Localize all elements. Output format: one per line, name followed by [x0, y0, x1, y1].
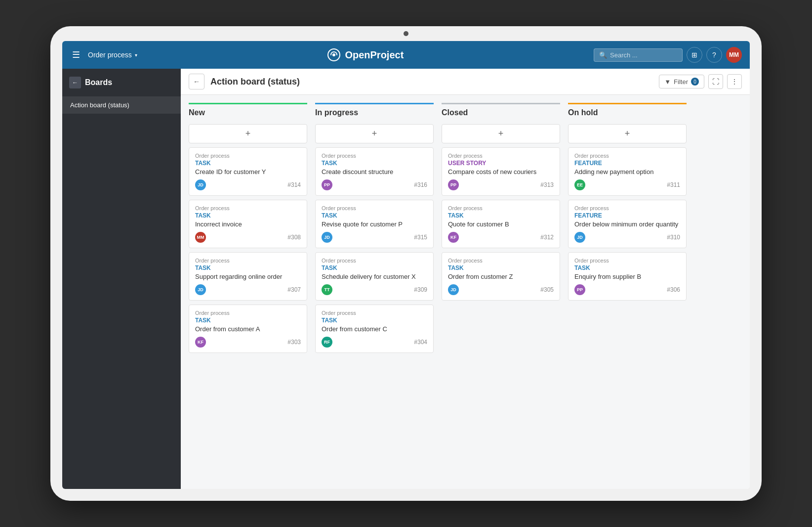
- column-header-in-progress: In progress: [315, 103, 434, 120]
- sidebar-item-label: Action board (status): [70, 101, 129, 109]
- board-actions: ▼ Filter 0 ⛶ ⋮: [659, 74, 742, 89]
- table-row[interactable]: Order process TASK Schedule delivery for…: [315, 252, 434, 301]
- table-row[interactable]: Order process TASK Support regarding onl…: [189, 252, 307, 301]
- search-input[interactable]: [610, 51, 674, 59]
- card-id: #307: [287, 286, 301, 293]
- card-project: Order process: [448, 258, 554, 264]
- filter-icon: ▼: [664, 78, 671, 86]
- avatar: JD: [574, 232, 585, 243]
- add-card-button-closed[interactable]: +: [442, 124, 560, 143]
- card-description: Compare costs of new couriers: [448, 168, 554, 176]
- app-name: OpenProject: [345, 49, 404, 61]
- card-id: #314: [287, 181, 301, 188]
- card-id: #304: [414, 339, 427, 346]
- tablet-frame: ☰ Order process ▾ OpenProject 🔍 ⊞: [50, 26, 762, 501]
- card-description: Schedule delivery for customer X: [322, 273, 427, 280]
- search-icon: 🔍: [599, 51, 607, 59]
- card-type: TASK: [322, 317, 427, 324]
- tablet-camera: [404, 31, 408, 36]
- sidebar: ← Boards Action board (status): [62, 69, 181, 489]
- card-type: TASK: [322, 264, 427, 271]
- avatar: KF: [448, 232, 459, 243]
- card-id: #303: [287, 339, 301, 346]
- card-footer: PP #313: [448, 179, 554, 190]
- table-row[interactable]: Order process FEATURE Adding new payment…: [568, 147, 687, 196]
- help-icon[interactable]: ?: [706, 47, 722, 63]
- card-project: Order process: [195, 205, 301, 211]
- table-row[interactable]: Order process TASK Enquiry from supplier…: [568, 252, 687, 301]
- menu-icon[interactable]: ☰: [70, 47, 82, 62]
- card-type: TASK: [195, 160, 301, 167]
- card-footer: EE #311: [574, 179, 680, 190]
- card-project: Order process: [322, 258, 427, 264]
- card-type: TASK: [195, 212, 301, 219]
- card-id: #311: [667, 181, 680, 188]
- table-row[interactable]: Order process USER STORY Compare costs o…: [442, 147, 560, 196]
- avatar: JD: [195, 284, 206, 295]
- app-body: ← Boards Action board (status) ← Action …: [62, 69, 750, 489]
- card-footer: RF #304: [322, 337, 427, 348]
- app-logo: OpenProject: [143, 48, 588, 62]
- table-row[interactable]: Order process TASK Order from customer C…: [315, 305, 434, 353]
- chevron-down-icon: ▾: [135, 52, 137, 58]
- column-closed: Closed+ Order process USER STORY Compare…: [442, 103, 560, 481]
- back-nav-button[interactable]: ←: [189, 74, 204, 89]
- table-row[interactable]: Order process TASK Incorrect invoice MM …: [189, 200, 307, 248]
- avatar: PP: [448, 179, 459, 190]
- card-type: USER STORY: [448, 160, 554, 167]
- avatar: PP: [322, 179, 332, 190]
- table-row[interactable]: Order process TASK Revise quote for cust…: [315, 200, 434, 248]
- card-type: TASK: [322, 212, 427, 219]
- user-avatar[interactable]: MM: [726, 47, 742, 63]
- grid-icon[interactable]: ⊞: [687, 47, 702, 63]
- card-description: Order from customer A: [195, 325, 301, 333]
- avatar: EE: [574, 179, 585, 190]
- table-row[interactable]: Order process TASK Create ID for custome…: [189, 147, 307, 196]
- column-header-on-hold: On hold: [568, 103, 687, 120]
- table-row[interactable]: Order process TASK Order from customer A…: [189, 305, 307, 353]
- sidebar-back-button[interactable]: ←: [69, 77, 81, 88]
- avatar: TT: [322, 284, 332, 295]
- column-cards-new: Order process TASK Create ID for custome…: [189, 147, 307, 481]
- table-row[interactable]: Order process TASK Order from customer Z…: [442, 252, 560, 301]
- table-row[interactable]: Order process TASK Create discount struc…: [315, 147, 434, 196]
- card-id: #315: [414, 234, 427, 241]
- add-card-button-in-progress[interactable]: +: [315, 124, 434, 143]
- card-id: #308: [287, 234, 301, 241]
- card-project: Order process: [448, 205, 554, 211]
- filter-button[interactable]: ▼ Filter 0: [659, 75, 704, 88]
- avatar: MM: [195, 232, 206, 243]
- board-header: ← Action board (status) ▼ Filter 0 ⛶ ⋮: [181, 69, 750, 95]
- column-new: New+ Order process TASK Create ID for cu…: [189, 103, 307, 481]
- card-project: Order process: [448, 153, 554, 159]
- card-description: Enquiry from supplier B: [574, 273, 680, 280]
- main-content: ← Action board (status) ▼ Filter 0 ⛶ ⋮ N…: [181, 69, 750, 489]
- card-footer: KF #312: [448, 232, 554, 243]
- table-row[interactable]: Order process TASK Quote for customer B …: [442, 200, 560, 248]
- card-id: #309: [414, 286, 427, 293]
- sidebar-item-action-board[interactable]: Action board (status): [62, 96, 181, 114]
- card-footer: JD #310: [574, 232, 680, 243]
- column-title-closed: Closed: [442, 108, 560, 117]
- column-cards-on-hold: Order process FEATURE Adding new payment…: [568, 147, 687, 481]
- card-project: Order process: [322, 205, 427, 211]
- card-description: Support regarding online order: [195, 273, 301, 280]
- add-card-button-new[interactable]: +: [189, 124, 307, 143]
- card-id: #306: [667, 286, 680, 293]
- project-selector[interactable]: Order process ▾: [88, 51, 137, 59]
- table-row[interactable]: Order process FEATURE Order below minimu…: [568, 200, 687, 248]
- card-id: #310: [667, 234, 680, 241]
- add-card-button-on-hold[interactable]: +: [568, 124, 687, 143]
- card-project: Order process: [322, 310, 427, 316]
- column-title-new: New: [189, 108, 307, 117]
- avatar: JD: [195, 179, 206, 190]
- card-footer: JD #307: [195, 284, 301, 295]
- kanban-board: New+ Order process TASK Create ID for cu…: [181, 95, 750, 489]
- fullscreen-button[interactable]: ⛶: [708, 74, 723, 89]
- card-footer: JD #305: [448, 284, 554, 295]
- sidebar-header[interactable]: ← Boards: [62, 69, 181, 96]
- search-box[interactable]: 🔍: [594, 48, 683, 62]
- more-options-button[interactable]: ⋮: [727, 74, 742, 89]
- avatar: RF: [322, 337, 332, 348]
- card-project: Order process: [574, 205, 680, 211]
